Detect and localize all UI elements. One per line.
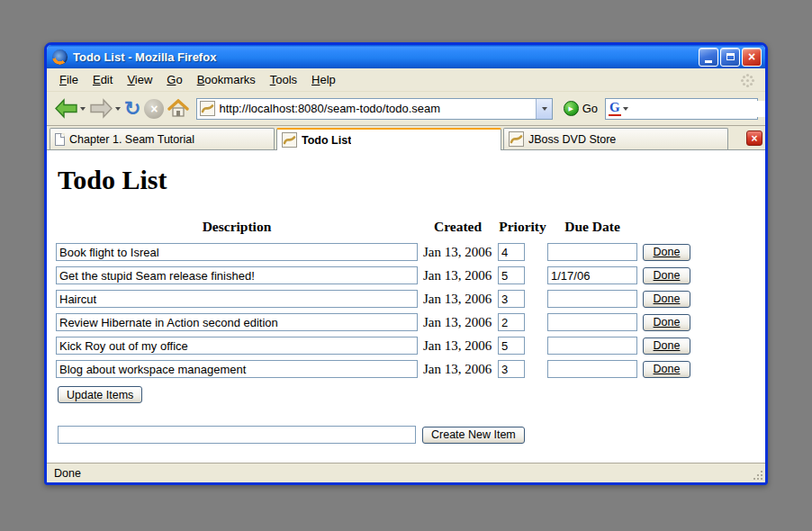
page-title: Todo List <box>58 165 756 195</box>
go-label: Go <box>582 102 598 115</box>
status-text: Done <box>54 467 81 480</box>
google-icon: G <box>609 101 621 116</box>
seam-favicon <box>282 132 297 148</box>
description-input[interactable] <box>56 243 418 261</box>
menu-item-go[interactable]: Go <box>159 70 189 89</box>
tab-strip: Chapter 1. Seam Tutorial Todo List JBoss… <box>47 126 765 150</box>
update-items-button[interactable]: Update Items <box>58 386 142 403</box>
priority-input[interactable] <box>498 266 525 284</box>
due-date-input[interactable] <box>547 290 637 308</box>
table-row: Jan 13, 2006 Done <box>56 357 756 381</box>
new-item-input[interactable] <box>58 426 416 444</box>
back-button[interactable] <box>54 95 86 122</box>
reload-button[interactable]: ↻ <box>124 95 140 122</box>
navigation-toolbar: ↻ × ▶ Go G <box>47 92 765 126</box>
maximize-icon <box>726 53 735 60</box>
status-bar: Done <box>47 463 765 482</box>
close-button[interactable]: × <box>742 48 762 67</box>
tab-seam-tutorial[interactable]: Chapter 1. Seam Tutorial <box>50 128 275 149</box>
page-icon <box>55 133 65 146</box>
maximize-button[interactable] <box>720 48 740 67</box>
table-row: Jan 13, 2006 Done <box>56 240 756 264</box>
tab-label: Todo List <box>302 134 351 147</box>
done-button[interactable]: Done <box>643 314 690 331</box>
menu-item-tools[interactable]: Tools <box>263 70 304 89</box>
column-header-due-date: Due Date <box>547 219 637 235</box>
close-tab-button[interactable]: × <box>746 130 762 146</box>
todo-table: Jan 13, 2006 Done Jan 13, 2006 Done Jan … <box>56 240 756 381</box>
due-date-input[interactable] <box>547 360 637 378</box>
stop-button[interactable]: × <box>144 95 164 122</box>
site-favicon <box>200 101 215 116</box>
menu-item-help[interactable]: Help <box>304 70 343 89</box>
table-row: Jan 13, 2006 Done <box>56 264 756 287</box>
done-button[interactable]: Done <box>643 361 690 378</box>
go-button[interactable]: ▶ Go <box>560 101 601 116</box>
done-button[interactable]: Done <box>643 244 690 261</box>
done-button[interactable]: Done <box>643 338 690 355</box>
description-input[interactable] <box>56 266 418 284</box>
done-button[interactable]: Done <box>643 267 690 284</box>
menu-item-edit[interactable]: Edit <box>86 70 120 89</box>
home-icon <box>167 99 189 119</box>
window-title: Todo List - Mozilla Firefox <box>73 50 699 64</box>
go-icon: ▶ <box>564 101 579 116</box>
created-date: Jan 13, 2006 <box>418 292 498 307</box>
due-date-input[interactable] <box>547 337 637 355</box>
reload-icon: ↻ <box>124 99 140 119</box>
back-dropdown-icon[interactable] <box>80 107 86 111</box>
stop-icon: × <box>144 99 164 119</box>
create-new-item-button[interactable]: Create New Item <box>422 427 525 444</box>
table-header-row: Description Created Priority Due Date <box>56 217 756 237</box>
search-box[interactable]: G <box>605 98 758 120</box>
priority-input[interactable] <box>498 360 525 378</box>
table-row: Jan 13, 2006 Done <box>56 334 756 357</box>
home-button[interactable] <box>167 95 189 122</box>
table-row: Jan 13, 2006 Done <box>56 287 756 310</box>
created-date: Jan 13, 2006 <box>418 338 498 354</box>
description-input[interactable] <box>56 290 418 308</box>
due-date-input[interactable] <box>547 313 637 331</box>
description-input[interactable] <box>56 337 418 355</box>
firefox-icon <box>52 50 68 65</box>
tab-label: Chapter 1. Seam Tutorial <box>69 133 194 146</box>
description-input[interactable] <box>56 360 418 378</box>
title-bar[interactable]: Todo List - Mozilla Firefox × <box>47 45 765 68</box>
created-date: Jan 13, 2006 <box>418 362 498 377</box>
created-date: Jan 13, 2006 <box>418 315 498 330</box>
due-date-input[interactable] <box>547 243 637 261</box>
tab-label: JBoss DVD Store <box>528 133 616 146</box>
close-icon: × <box>748 50 755 63</box>
priority-input[interactable] <box>498 313 525 331</box>
address-dropdown-button[interactable] <box>536 99 552 119</box>
address-input[interactable] <box>219 100 535 118</box>
created-date: Jan 13, 2006 <box>418 245 498 260</box>
forward-button[interactable] <box>89 95 121 122</box>
done-button[interactable]: Done <box>643 291 690 308</box>
back-arrow-icon <box>54 98 78 119</box>
new-item-row: Create New Item <box>58 426 756 444</box>
menu-item-view[interactable]: View <box>120 70 159 89</box>
priority-input[interactable] <box>498 243 525 261</box>
due-date-input[interactable] <box>547 266 637 284</box>
browser-window: Todo List - Mozilla Firefox × File Edit … <box>44 42 768 485</box>
close-icon: × <box>751 133 757 144</box>
description-input[interactable] <box>56 313 418 331</box>
address-bar[interactable] <box>196 98 552 120</box>
column-header-description: Description <box>56 219 418 235</box>
resize-grip[interactable] <box>752 469 762 480</box>
menu-bar: File Edit View Go Bookmarks Tools Help <box>47 68 765 92</box>
priority-input[interactable] <box>498 337 525 355</box>
created-date: Jan 13, 2006 <box>418 268 498 284</box>
forward-dropdown-icon[interactable] <box>115 107 121 111</box>
search-input[interactable] <box>628 101 768 117</box>
priority-input[interactable] <box>498 290 525 308</box>
browser-content: Todo List Description Created Priority D… <box>47 150 765 463</box>
activity-throbber-icon <box>738 71 756 89</box>
menu-item-file[interactable]: File <box>52 70 86 89</box>
tab-jboss-dvd-store[interactable]: JBoss DVD Store <box>503 128 728 149</box>
menu-item-bookmarks[interactable]: Bookmarks <box>190 70 263 89</box>
minimize-button[interactable] <box>699 48 718 67</box>
tab-todo-list[interactable]: Todo List <box>276 128 501 150</box>
minimize-icon <box>705 60 712 63</box>
